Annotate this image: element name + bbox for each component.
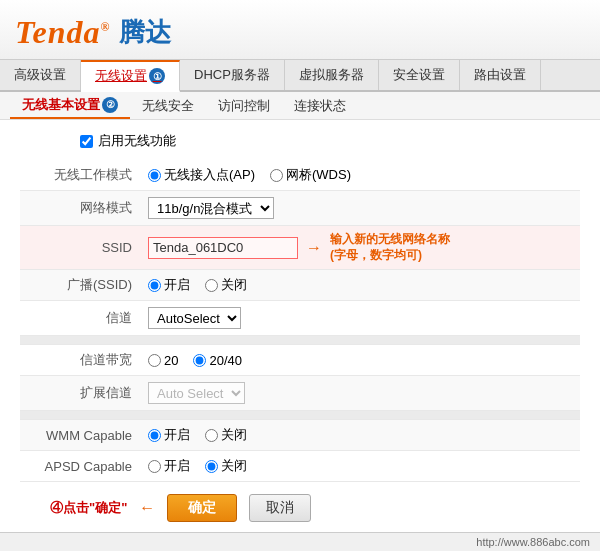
action-hint: ④点击"确定": [50, 499, 127, 517]
logo-tenda: Tenda®: [15, 14, 111, 51]
wmm-value: 开启 关闭: [140, 420, 580, 451]
channel-select[interactable]: AutoSelect 1 2 3 6 11: [148, 307, 241, 329]
nav-advanced[interactable]: 高级设置: [0, 60, 81, 90]
table-row: 信道带宽 20 20/40: [20, 345, 580, 376]
table-row: WMM Capable 开启 关闭: [20, 420, 580, 451]
broadcast-off-radio[interactable]: [205, 279, 218, 292]
enable-wireless-label[interactable]: 启用无线功能: [98, 132, 176, 150]
broadcast-label: 广播(SSID): [20, 270, 140, 301]
sub-nav-security[interactable]: 无线安全: [130, 92, 206, 119]
logo-cn: 腾达: [119, 15, 171, 50]
apsd-on-radio[interactable]: [148, 460, 161, 473]
channel-bw-20-label[interactable]: 20: [148, 353, 178, 368]
channel-bw-value: 20 20/40: [140, 345, 580, 376]
channel-value: AutoSelect 1 2 3 6 11: [140, 301, 580, 336]
action-arrow-icon: ←: [139, 499, 155, 517]
nav-virtual[interactable]: 虚拟服务器: [285, 60, 379, 90]
work-mode-label: 无线工作模式: [20, 160, 140, 191]
broadcast-on-label[interactable]: 开启: [148, 276, 190, 294]
channel-bw-2040-radio[interactable]: [193, 354, 206, 367]
top-nav: 高级设置 无线设置 ① DHCP服务器 虚拟服务器 安全设置 路由设置: [0, 60, 600, 92]
ext-channel-value: Auto Select: [140, 376, 580, 411]
ext-channel-label: 扩展信道: [20, 376, 140, 411]
table-row: 广播(SSID) 开启 关闭: [20, 270, 580, 301]
wmm-on-radio[interactable]: [148, 429, 161, 442]
table-row: APSD Capable 开启 关闭: [20, 451, 580, 482]
form-table: 无线工作模式 无线接入点(AP) 网桥(WDS) 网络模式: [20, 160, 580, 482]
sub-nav: 无线基本设置 ② 无线安全 访问控制 连接状态: [0, 92, 600, 120]
ext-channel-select[interactable]: Auto Select: [148, 382, 245, 404]
channel-bw-radio-group: 20 20/40: [148, 353, 572, 368]
wmm-off-radio[interactable]: [205, 429, 218, 442]
work-mode-value: 无线接入点(AP) 网桥(WDS): [140, 160, 580, 191]
annot-1: ①: [149, 68, 165, 84]
ssid-wrapper: → 输入新的无线网络名称 (字母，数字均可): [148, 232, 572, 263]
sub-nav-basic[interactable]: 无线基本设置 ②: [10, 92, 130, 119]
divider-row: [20, 336, 580, 345]
apsd-value: 开启 关闭: [140, 451, 580, 482]
table-row: 扩展信道 Auto Select: [20, 376, 580, 411]
work-mode-wds-label[interactable]: 网桥(WDS): [270, 166, 351, 184]
nav-dhcp[interactable]: DHCP服务器: [180, 60, 285, 90]
nav-routing[interactable]: 路由设置: [460, 60, 541, 90]
content-area: 启用无线功能 无线工作模式 无线接入点(AP) 网桥(WDS): [0, 120, 600, 532]
broadcast-radio-group: 开启 关闭: [148, 276, 572, 294]
action-row: ④点击"确定" ← 确定 取消: [20, 494, 580, 522]
apsd-radio-group: 开启 关闭: [148, 457, 572, 475]
channel-label: 信道: [20, 301, 140, 336]
network-mode-value: 11b/g/n混合模式 11b only 11g only 11n only: [140, 191, 580, 226]
channel-bw-20-radio[interactable]: [148, 354, 161, 367]
sub-nav-access[interactable]: 访问控制: [206, 92, 282, 119]
table-row: SSID → 输入新的无线网络名称 (字母，数字均可): [20, 226, 580, 270]
table-row: 无线工作模式 无线接入点(AP) 网桥(WDS): [20, 160, 580, 191]
apsd-off-radio[interactable]: [205, 460, 218, 473]
network-mode-label: 网络模式: [20, 191, 140, 226]
work-mode-ap-label[interactable]: 无线接入点(AP): [148, 166, 255, 184]
work-mode-wds-radio[interactable]: [270, 169, 283, 182]
broadcast-off-label[interactable]: 关闭: [205, 276, 247, 294]
broadcast-on-radio[interactable]: [148, 279, 161, 292]
ssid-label: SSID: [20, 226, 140, 270]
nav-security[interactable]: 安全设置: [379, 60, 460, 90]
sub-nav-status[interactable]: 连接状态: [282, 92, 358, 119]
work-mode-radio-group: 无线接入点(AP) 网桥(WDS): [148, 166, 572, 184]
ssid-hint: 输入新的无线网络名称 (字母，数字均可): [330, 232, 450, 263]
footer: http://www.886abc.com: [0, 532, 600, 551]
apsd-label: APSD Capable: [20, 451, 140, 482]
footer-url: http://www.886abc.com: [476, 536, 590, 548]
divider-row-2: [20, 411, 580, 420]
ssid-input[interactable]: [148, 237, 298, 259]
cancel-button[interactable]: 取消: [249, 494, 311, 522]
enable-wireless-row: 启用无线功能: [20, 132, 580, 150]
work-mode-ap-radio[interactable]: [148, 169, 161, 182]
apsd-off-label[interactable]: 关闭: [205, 457, 247, 475]
channel-bw-label: 信道带宽: [20, 345, 140, 376]
confirm-button[interactable]: 确定: [167, 494, 237, 522]
wmm-off-label[interactable]: 关闭: [205, 426, 247, 444]
annot-2: ②: [102, 97, 118, 113]
ssid-value: → 输入新的无线网络名称 (字母，数字均可): [140, 226, 580, 270]
ssid-arrow-icon: →: [306, 239, 322, 257]
broadcast-value: 开启 关闭: [140, 270, 580, 301]
header: Tenda® 腾达: [0, 0, 600, 60]
table-row: 信道 AutoSelect 1 2 3 6 11: [20, 301, 580, 336]
network-mode-select[interactable]: 11b/g/n混合模式 11b only 11g only 11n only: [148, 197, 274, 219]
enable-wireless-checkbox[interactable]: [80, 135, 93, 148]
wmm-radio-group: 开启 关闭: [148, 426, 572, 444]
wmm-on-label[interactable]: 开启: [148, 426, 190, 444]
table-row: 网络模式 11b/g/n混合模式 11b only 11g only 11n o…: [20, 191, 580, 226]
nav-wireless[interactable]: 无线设置 ①: [81, 60, 180, 92]
wmm-label: WMM Capable: [20, 420, 140, 451]
apsd-on-label[interactable]: 开启: [148, 457, 190, 475]
channel-bw-2040-label[interactable]: 20/40: [193, 353, 242, 368]
